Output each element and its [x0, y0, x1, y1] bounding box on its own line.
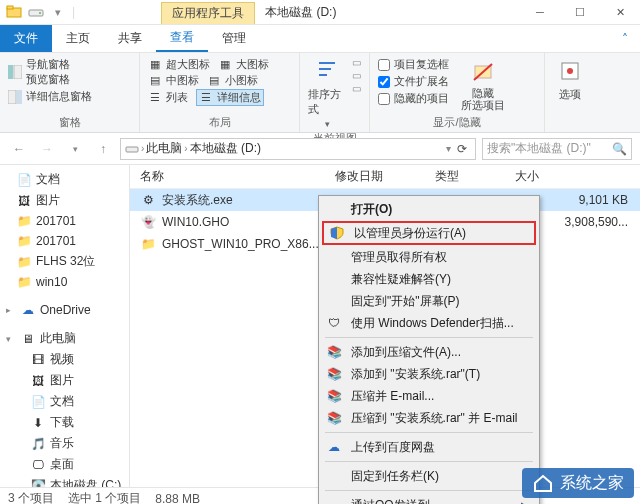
tree-desktop[interactable]: 🖵桌面 [2, 454, 127, 475]
tab-view[interactable]: 查看 [156, 25, 208, 52]
tree-win10[interactable]: 📁win10 [2, 272, 127, 292]
tab-manage[interactable]: 管理 [208, 25, 260, 52]
status-size: 8.88 MB [155, 492, 200, 505]
tree-docs2[interactable]: 📄文档 [2, 391, 127, 412]
menu-email[interactable]: 📚压缩并 E-mail... [321, 385, 537, 407]
layout-list[interactable]: 列表 [166, 90, 188, 105]
watermark: 系统之家 [522, 468, 634, 498]
menu-defender[interactable]: 🛡使用 Windows Defender扫描... [321, 312, 537, 334]
svg-rect-6 [8, 90, 16, 104]
chk-item-checkboxes[interactable]: 项目复选框 [378, 57, 449, 72]
col-date[interactable]: 修改日期 [335, 168, 435, 185]
folder-icon [6, 4, 22, 20]
back-button[interactable]: ← [8, 138, 30, 160]
up-button[interactable]: ↑ [92, 138, 114, 160]
svg-rect-1 [7, 6, 13, 9]
breadcrumb-dropdown-icon[interactable]: ▾ [446, 143, 451, 154]
tree-documents[interactable]: 📄文档 [2, 169, 127, 190]
picture-icon: 🖼 [30, 373, 46, 389]
chk-hidden-items[interactable]: 隐藏的项目 [378, 91, 449, 106]
folder-icon: 📁 [16, 254, 32, 270]
column-headers[interactable]: 名称 修改日期 类型 大小 [130, 165, 640, 189]
ribbon-tabs: 文件 主页 共享 查看 管理 ˄ [0, 25, 640, 53]
layout-extra-large[interactable]: 超大图标 [166, 57, 210, 72]
expand-icon[interactable]: ▸ [6, 305, 16, 315]
exe-icon: ⚙ [140, 192, 156, 208]
layout-large[interactable]: 大图标 [236, 57, 269, 72]
options-button[interactable]: 选项 [553, 57, 587, 102]
menu-add-rar[interactable]: 📚添加到 "安装系统.rar"(T) [321, 363, 537, 385]
quick-access-toolbar: ▾ | [0, 4, 81, 20]
forward-button[interactable]: → [36, 138, 58, 160]
document-icon: 📄 [30, 394, 46, 410]
minimize-button[interactable]: ─ [520, 0, 560, 25]
tree-201701b[interactable]: 📁201701 [2, 231, 127, 251]
nav-pane-button[interactable]: 导航窗格 [26, 57, 70, 72]
breadcrumb-root[interactable]: 此电脑 [146, 140, 182, 157]
recent-button[interactable]: ▾ [64, 138, 86, 160]
tree-local-c[interactable]: 💽本地磁盘 (C:) [2, 475, 127, 487]
shield-icon [328, 224, 346, 242]
details-pane-button[interactable]: 详细信息窗格 [26, 89, 92, 104]
tree-downloads[interactable]: ⬇下载 [2, 412, 127, 433]
options-icon [556, 57, 584, 85]
tree-flhs[interactable]: 📁FLHS 32位 [2, 251, 127, 272]
svg-rect-7 [17, 90, 22, 104]
menu-admin-ownership[interactable]: 管理员取得所有权 [321, 246, 537, 268]
breadcrumb-drive[interactable]: 本地磁盘 (D:) [190, 140, 261, 157]
menu-run-as-admin[interactable]: 以管理员身份运行(A) [322, 221, 536, 245]
context-menu: 打开(O) 以管理员身份运行(A) 管理员取得所有权 兼容性疑难解答(Y) 固定… [318, 195, 540, 504]
col-type[interactable]: 类型 [435, 168, 515, 185]
menu-open[interactable]: 打开(O) [321, 198, 537, 220]
collapse-icon[interactable]: ▾ [6, 334, 16, 344]
hide-selected-button[interactable]: 隐藏 所选项目 [455, 57, 511, 111]
menu-pin-taskbar[interactable]: 固定到任务栏(K) [321, 465, 537, 487]
tree-pictures[interactable]: 🖼图片 [2, 190, 127, 211]
tree-onedrive[interactable]: ▸☁OneDrive [2, 300, 127, 320]
tab-home[interactable]: 主页 [52, 25, 104, 52]
menu-separator [325, 432, 533, 433]
col-name[interactable]: 名称 [130, 168, 335, 185]
menu-troubleshoot[interactable]: 兼容性疑难解答(Y) [321, 268, 537, 290]
tree-music[interactable]: 🎵音乐 [2, 433, 127, 454]
refresh-icon[interactable]: ⟳ [453, 142, 471, 156]
tree-videos[interactable]: 🎞视频 [2, 349, 127, 370]
archive-icon: 📚 [325, 409, 343, 427]
menu-baidu[interactable]: ☁上传到百度网盘 [321, 436, 537, 458]
status-items: 3 个项目 [8, 490, 54, 504]
preview-pane-button[interactable]: 预览窗格 [26, 72, 70, 87]
sort-icon [313, 57, 341, 85]
cloud-icon: ☁ [20, 302, 36, 318]
chk-filename-ext[interactable]: 文件扩展名 [378, 74, 449, 89]
navigation-pane-icon [8, 65, 22, 79]
breadcrumb[interactable]: › 此电脑 › 本地磁盘 (D:) ▾ ⟳ [120, 138, 476, 160]
navigation-tree[interactable]: 📄文档 🖼图片 📁201701 📁201701 📁FLHS 32位 📁win10… [0, 165, 130, 487]
tree-201701a[interactable]: 📁201701 [2, 211, 127, 231]
maximize-button[interactable]: ☐ [560, 0, 600, 25]
list-icon: ☰ [148, 91, 162, 105]
menu-add-archive[interactable]: 📚添加到压缩文件(A)... [321, 341, 537, 363]
menu-pin-start[interactable]: 固定到"开始"屏幕(P) [321, 290, 537, 312]
menu-separator [325, 461, 533, 462]
layout-small[interactable]: 小图标 [225, 73, 258, 88]
menu-qq-send[interactable]: 通过QQ发送到▶ [321, 494, 537, 504]
close-button[interactable]: ✕ [600, 0, 640, 25]
sort-by-button[interactable]: 排序方式 ▾ [308, 57, 346, 129]
large-icon: ▦ [218, 58, 232, 72]
drive-icon [125, 142, 139, 156]
cloud-icon: ☁ [325, 438, 343, 456]
svg-rect-12 [126, 147, 138, 152]
tree-pictures2[interactable]: 🖼图片 [2, 370, 127, 391]
search-input[interactable]: 搜索"本地磁盘 (D:)" 🔍 [482, 138, 632, 160]
menu-rar-email[interactable]: 📚压缩到 "安装系统.rar" 并 E-mail [321, 407, 537, 429]
tab-share[interactable]: 共享 [104, 25, 156, 52]
tree-this-pc[interactable]: ▾🖥此电脑 [2, 328, 127, 349]
extra-large-icon: ▦ [148, 58, 162, 72]
tab-file[interactable]: 文件 [0, 25, 52, 52]
search-icon: 🔍 [612, 142, 627, 156]
layout-details[interactable]: 详细信息 [217, 90, 261, 105]
col-size[interactable]: 大小 [515, 168, 640, 185]
qat-overflow-icon[interactable]: ▾ [50, 4, 66, 20]
layout-medium[interactable]: 中图标 [166, 73, 199, 88]
ribbon-collapse-icon[interactable]: ˄ [610, 25, 640, 52]
